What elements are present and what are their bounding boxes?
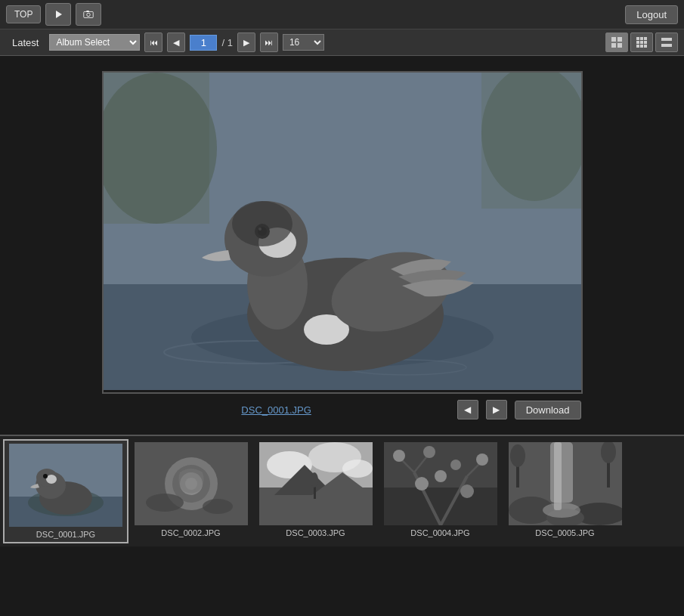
- thumbnail-item-4[interactable]: DSC_0004.JPG: [378, 439, 503, 540]
- top-bar: TOP Logout: [0, 0, 684, 29]
- thumbnail-label-4: DSC_0004.JPG: [410, 528, 469, 537]
- thumbnail-item-2[interactable]: DSC_0002.JPG: [128, 439, 253, 540]
- logout-button[interactable]: Logout: [625, 5, 678, 24]
- svg-rect-18: [644, 45, 647, 48]
- svg-rect-9: [617, 43, 622, 48]
- page-input[interactable]: 1: [190, 35, 217, 51]
- svg-rect-13: [636, 41, 639, 44]
- list-view-button[interactable]: [655, 33, 678, 52]
- list-icon: [661, 36, 673, 48]
- svg-point-72: [423, 446, 435, 458]
- grid-icon: [611, 36, 623, 48]
- thumbnail-label-5: DSC_0005.JPG: [535, 528, 594, 537]
- svg-rect-7: [617, 37, 622, 42]
- nav-bar: Latest Album Select ⏮ ◀ 1 / 1 ▶ ⏭ 16 32 …: [0, 29, 684, 56]
- prev-image-button[interactable]: ◀: [457, 400, 478, 419]
- svg-point-63: [311, 472, 318, 488]
- thumbnail-image-2: [135, 442, 248, 525]
- thumbnail-item-3[interactable]: DSC_0003.JPG: [253, 439, 378, 540]
- camera-icon: [82, 9, 94, 20]
- thumbnail-image-4: [384, 442, 497, 525]
- svg-point-53: [146, 494, 184, 512]
- thumbnail-label-2: DSC_0002.JPG: [161, 528, 220, 537]
- svg-rect-16: [636, 45, 639, 48]
- svg-point-84: [543, 503, 580, 518]
- top-button[interactable]: TOP: [6, 5, 41, 23]
- camera-button[interactable]: [76, 3, 101, 26]
- svg-rect-8: [611, 43, 616, 48]
- last-page-button[interactable]: ⏭: [260, 33, 278, 52]
- svg-rect-83: [554, 442, 562, 510]
- medium-grid-icon: [636, 36, 648, 48]
- svg-rect-20: [661, 44, 672, 47]
- thumbnail-item-1[interactable]: DSC_0001.JPG: [3, 439, 128, 543]
- main-area: DSC_0001.JPG ◀ ▶ Download: [0, 56, 684, 427]
- svg-point-74: [450, 460, 461, 470]
- image-filename-link[interactable]: DSC_0001.JPG: [104, 404, 450, 416]
- first-page-button[interactable]: ⏮: [144, 33, 162, 52]
- svg-point-47: [43, 474, 48, 478]
- page-total: / 1: [221, 37, 232, 48]
- svg-rect-11: [640, 37, 643, 40]
- svg-rect-5: [87, 11, 90, 12]
- svg-point-77: [435, 470, 447, 482]
- prev-page-button[interactable]: ◀: [167, 33, 185, 52]
- thumbnail-image-5: [509, 442, 622, 525]
- thumbnail-label-3: DSC_0003.JPG: [286, 528, 345, 537]
- thumbnail-image-3: [259, 442, 373, 525]
- svg-point-75: [415, 477, 429, 491]
- per-page-select[interactable]: 16 32 64: [283, 34, 324, 51]
- svg-rect-6: [611, 37, 616, 42]
- play-icon: [53, 9, 63, 20]
- svg-point-86: [510, 444, 525, 467]
- download-button[interactable]: Download: [515, 401, 581, 419]
- play-button[interactable]: [45, 3, 71, 26]
- svg-point-59: [342, 460, 373, 478]
- svg-rect-15: [644, 41, 647, 44]
- svg-point-76: [460, 484, 474, 498]
- main-image: [104, 73, 581, 390]
- view-buttons: [605, 33, 678, 52]
- image-controls: DSC_0001.JPG ◀ ▶ Download: [104, 400, 581, 419]
- medium-view-button[interactable]: [630, 33, 653, 52]
- album-select[interactable]: Album Select: [49, 34, 140, 51]
- svg-rect-14: [640, 41, 643, 44]
- svg-point-71: [393, 450, 405, 462]
- svg-rect-19: [661, 38, 672, 41]
- svg-rect-10: [636, 37, 639, 40]
- svg-rect-17: [640, 45, 643, 48]
- latest-label: Latest: [6, 35, 45, 51]
- svg-point-46: [46, 475, 57, 484]
- svg-point-35: [232, 201, 292, 246]
- svg-rect-65: [384, 488, 497, 525]
- next-image-button[interactable]: ▶: [486, 400, 507, 419]
- thumbnail-item-5[interactable]: DSC_0005.JPG: [503, 439, 627, 540]
- next-page-button[interactable]: ▶: [237, 33, 255, 52]
- svg-point-73: [476, 453, 488, 466]
- thumbnail-label-1: DSC_0001.JPG: [36, 530, 95, 539]
- main-image-container: [102, 71, 583, 394]
- thumbnail-image-1: [9, 444, 122, 527]
- grid-view-button[interactable]: [605, 33, 628, 52]
- svg-rect-12: [644, 37, 647, 40]
- thumbnail-strip: DSC_0001.JPG DSC_0002.JPG: [0, 435, 684, 546]
- svg-point-54: [203, 499, 233, 514]
